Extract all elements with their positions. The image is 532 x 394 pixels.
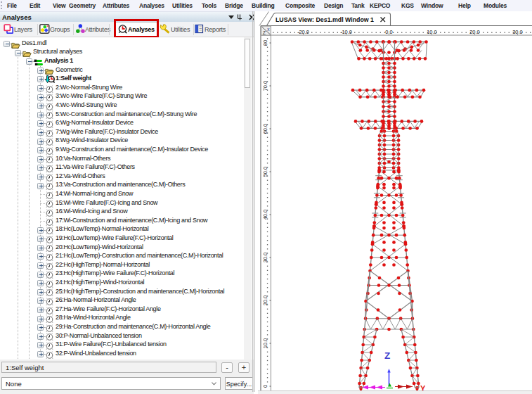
svg-text:50.0: 50.0 — [262, 167, 268, 177]
svg-text:80: 80 — [262, 40, 268, 46]
svg-text:10.0: 10.0 — [262, 338, 268, 349]
svg-text:70.0: 70.0 — [262, 81, 268, 91]
svg-text:10.0: 10.0 — [427, 29, 437, 35]
svg-text:60.0: 60.0 — [262, 124, 268, 134]
svg-text:30.0: 30.0 — [262, 253, 268, 263]
svg-text:40.0: 40.0 — [262, 210, 268, 220]
svg-text:LUSAS View: Des1.mdl Window 1: LUSAS View: Des1.mdl Window 1 — [275, 16, 374, 23]
svg-text:-10.0: -10.0 — [340, 29, 352, 35]
svg-text:0.0: 0.0 — [385, 29, 392, 35]
svg-text:0: 0 — [262, 385, 268, 388]
svg-text:Z: Z — [263, 30, 266, 35]
svg-text:20.0: 20.0 — [262, 296, 268, 306]
svg-text:-20.0: -20.0 — [297, 29, 309, 35]
svg-text:20.0: 20.0 — [469, 29, 480, 35]
svg-text:30.0: 30.0 — [512, 29, 523, 35]
